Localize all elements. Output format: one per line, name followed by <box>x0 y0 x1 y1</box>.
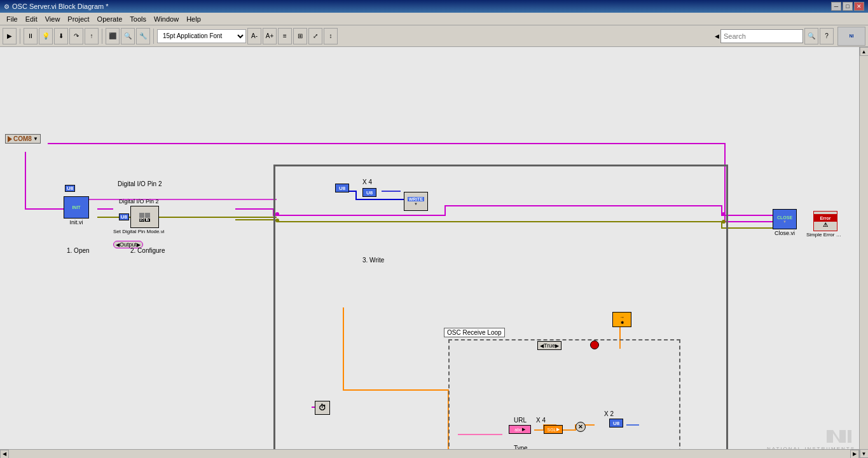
canvas: COM8 ▼ INIT Init.vi U8 Digital I/O Pin 2… <box>0 47 868 458</box>
close-vi-label: Close.vi <box>775 230 795 236</box>
u8-tag-init: U8 <box>65 185 75 192</box>
step-out-button[interactable]: ↑ <box>85 28 99 44</box>
font-size-down[interactable]: A- <box>247 28 261 44</box>
simple-error-label: Simple Error Ha... <box>806 232 844 238</box>
font-size-up[interactable]: A+ <box>263 28 277 44</box>
run-button[interactable]: ▶ <box>3 28 17 44</box>
multiply-node[interactable]: ✕ <box>575 422 586 432</box>
scroll-right-button[interactable]: ▶ <box>850 450 859 459</box>
simple-error-handler-block[interactable]: Error ⚠ Simple Error Ha... <box>806 211 844 238</box>
com8-dropdown-icon[interactable]: ▼ <box>33 136 38 142</box>
menu-window[interactable]: Window <box>150 14 183 24</box>
scroll-up-button[interactable]: ▲ <box>860 47 869 56</box>
osc-loop-label: OSC Receive Loop <box>444 328 505 337</box>
scroll-track[interactable] <box>860 56 869 449</box>
true-label: True <box>544 342 555 349</box>
close-vi-block[interactable]: CLOSE ▼ Close.vi <box>773 209 797 236</box>
separator-2 <box>102 29 102 44</box>
x-label: X 4 <box>536 417 546 424</box>
clean-button[interactable]: 🔧 <box>136 28 150 44</box>
resize-button[interactable]: ⤢ <box>308 28 322 44</box>
x2-u8-const[interactable]: U8 <box>609 419 623 428</box>
digital-io-pin2-label-top: Digital I/O Pin 2 <box>118 180 162 187</box>
search-button[interactable]: 🔍 <box>804 28 818 44</box>
close-button[interactable]: ✕ <box>854 2 864 11</box>
u8-tag-pin: U8 <box>119 213 129 220</box>
com8-label: COM8 <box>13 135 32 142</box>
write-vi-block[interactable]: WRITE ▼ <box>404 192 428 211</box>
menu-help[interactable]: Help <box>183 14 205 24</box>
x-sgl-indicator: SGL ▶ <box>544 425 563 434</box>
init-vi-label: Init.vi <box>69 219 83 226</box>
menu-operate[interactable]: Operate <box>93 14 127 24</box>
ni-logo: NI <box>837 27 865 46</box>
digital-io-pin-label: Digital I/O Pin 2 <box>119 198 159 205</box>
u8-const-x4b[interactable]: U8 <box>362 188 376 197</box>
url-label: URL <box>514 417 527 424</box>
minimize-button[interactable]: ─ <box>831 2 841 11</box>
breakpoint-button[interactable]: ⬛ <box>106 28 120 44</box>
search-input[interactable] <box>720 29 803 43</box>
set-digital-pin-block[interactable]: Digital I/O Pin 2 U8 I/O Set Digital P <box>113 198 164 234</box>
configure-section-label: 2. Configure <box>130 247 165 254</box>
distribute-button[interactable]: ⊞ <box>293 28 307 44</box>
titlebar: ⚙ OSC Server.vi Block Diagram * ─ □ ✕ <box>0 0 868 13</box>
scroll-left-button[interactable]: ◀ <box>0 450 9 459</box>
menu-tools[interactable]: Tools <box>126 14 150 24</box>
loop-iteration-terminal[interactable] <box>590 340 599 349</box>
write-section-label: 3. Write <box>362 257 384 264</box>
step-over-button[interactable]: ↷ <box>69 28 83 44</box>
app-icon: ⚙ <box>4 3 10 10</box>
scroll-down-button[interactable]: ▼ <box>860 449 869 458</box>
search-arrow: ◀ <box>715 33 719 39</box>
title-text: OSC Server.vi Block Diagram * <box>12 3 109 10</box>
highlight-button[interactable]: 💡 <box>39 28 53 44</box>
bottom-scrollbar[interactable]: ◀ ▶ <box>0 449 859 458</box>
wire-junction-1 <box>275 212 279 216</box>
true-case-selector[interactable]: ◀ True ▶ <box>537 341 561 350</box>
reorder-button[interactable]: ↕ <box>324 28 338 44</box>
right-scrollbar[interactable]: ▲ ▼ <box>859 47 868 458</box>
ni-branding: NATIONAL INSTRUMENTS <box>767 427 855 452</box>
separator-1 <box>20 29 20 44</box>
menubar: File Edit View Project Operate Tools Win… <box>0 13 868 25</box>
menu-file[interactable]: File <box>3 14 22 24</box>
font-select[interactable]: 15pt Application Font <box>157 29 246 43</box>
menu-project[interactable]: Project <box>64 14 93 24</box>
x4-label: X 4 <box>362 178 372 185</box>
step-into-button[interactable]: ⬇ <box>54 28 68 44</box>
wire-junction-4 <box>722 220 726 224</box>
feedback-node[interactable]: → ✱ <box>612 312 631 327</box>
wire-junction-3 <box>722 212 726 216</box>
probe-button[interactable]: 🔍 <box>121 28 135 44</box>
com8-terminal[interactable]: COM8 ▼ <box>5 134 41 144</box>
set-digital-pin-label: Set Digital Pin Mode.vi <box>113 229 164 234</box>
wait-block[interactable]: ⏱ <box>315 401 330 415</box>
ni-logo-svg <box>823 427 855 446</box>
wire-junction-2 <box>275 219 279 222</box>
url-indicator: abc ▶ <box>509 425 531 434</box>
osc-receive-loop-frame <box>448 339 680 458</box>
init-vi-block[interactable]: INIT Init.vi U8 <box>64 196 89 226</box>
toolbar: ▶ ⏸ 💡 ⬇ ↷ ↑ ⬛ 🔍 🔧 15pt Application Font … <box>0 25 868 47</box>
separator-3 <box>153 29 154 44</box>
menu-edit[interactable]: Edit <box>22 14 41 24</box>
titlebar-controls[interactable]: ─ □ ✕ <box>831 2 864 11</box>
align-button[interactable]: ≡ <box>278 28 292 44</box>
open-section-label: 1. Open <box>67 247 90 254</box>
h-scroll-track[interactable] <box>9 450 850 459</box>
menu-view[interactable]: View <box>41 14 64 24</box>
x2-label: X 2 <box>604 410 614 417</box>
search-area: ◀ 🔍 ? <box>715 28 834 44</box>
pause-button[interactable]: ⏸ <box>24 28 38 44</box>
com8-arrow-icon <box>8 136 12 142</box>
maximize-button[interactable]: □ <box>843 2 853 11</box>
u8-const-x4[interactable]: U8 <box>335 184 349 192</box>
help-button[interactable]: ? <box>820 28 834 44</box>
titlebar-left: ⚙ OSC Server.vi Block Diagram * <box>4 3 109 10</box>
